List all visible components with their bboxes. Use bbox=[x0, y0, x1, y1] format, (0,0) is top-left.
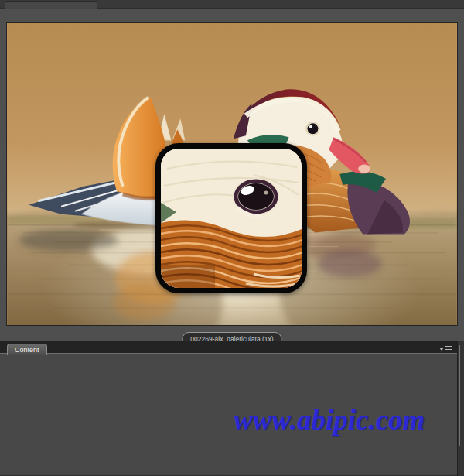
loupe-magnifier[interactable] bbox=[155, 143, 307, 293]
tab-content[interactable]: Content bbox=[7, 344, 47, 355]
top-tab-strip bbox=[0, 0, 464, 9]
caret-down-icon bbox=[439, 348, 444, 351]
preview-panel: 002269-aix_galericulata (1x) bbox=[0, 9, 464, 341]
menu-lines-icon bbox=[445, 346, 452, 351]
tab-content-label: Content bbox=[15, 346, 39, 354]
photo-browser-window: 002269-aix_galericulata (1x) Content bbox=[0, 0, 464, 476]
watermark: www.abipic.com bbox=[234, 403, 464, 437]
loupe-zoomed-view bbox=[161, 149, 302, 288]
content-panel-header: Content bbox=[0, 341, 464, 354]
preview-tab[interactable] bbox=[5, 1, 97, 9]
preview-image[interactable] bbox=[6, 22, 458, 326]
panel-menu-icon[interactable] bbox=[439, 344, 453, 353]
